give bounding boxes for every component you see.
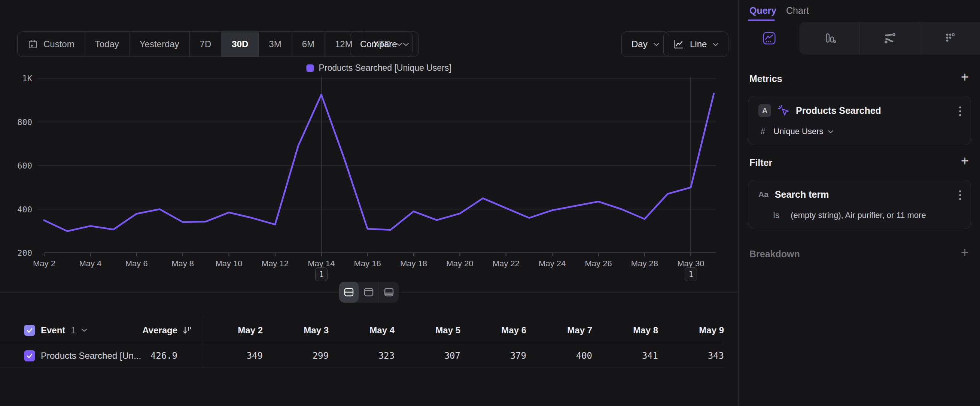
column-header: May 2 — [197, 317, 263, 344]
chevron-down-icon — [403, 43, 409, 46]
bar-chart-icon — [823, 32, 836, 45]
cell-value: 323 — [329, 344, 395, 367]
date-column-headers: May 2 May 3 May 4 May 5 May 6 May 7 May … — [197, 317, 724, 344]
chart-legend[interactable]: Products Searched [Unique Users] — [306, 63, 451, 73]
event-count: 1 — [71, 325, 76, 336]
funnels-tab[interactable] — [799, 22, 859, 55]
svg-text:May 12: May 12 — [262, 259, 289, 268]
cell-value: 307 — [395, 344, 460, 367]
average-column-header[interactable]: Average — [112, 325, 177, 336]
metric-name[interactable]: Products Searched — [796, 105, 881, 116]
inactive-report-tabs — [799, 22, 980, 55]
breakdown-section-title: Breakdown — [749, 249, 800, 260]
add-filter-button[interactable]: + — [961, 154, 969, 168]
sort-icon[interactable] — [182, 325, 192, 335]
tab-chart[interactable]: Chart — [786, 5, 809, 16]
filter-card[interactable]: Aa Search term Is (empty string), Air pu… — [748, 180, 971, 229]
chevron-down-icon — [828, 130, 833, 133]
date-range-3m[interactable]: 3M — [259, 32, 292, 57]
kebab-menu-icon[interactable] — [959, 106, 962, 116]
legend-swatch — [306, 64, 314, 72]
row-values: 349 299 323 307 379 400 341 343 — [197, 344, 724, 367]
add-breakdown-button[interactable]: + — [961, 246, 969, 259]
add-metric-button[interactable]: + — [961, 70, 969, 84]
column-header: May 6 — [460, 317, 526, 344]
svg-text:200: 200 — [17, 248, 32, 258]
event-column-header: Event — [41, 325, 65, 336]
svg-text:May 18: May 18 — [400, 259, 427, 268]
chevron-down-icon — [654, 43, 659, 46]
insights-line-icon — [762, 32, 776, 45]
insights-report-page: Custom Today Yesterday 7D 30D 3M 6M 12M … — [0, 0, 980, 406]
table-header-row: Event 1 Average May 2 May 3 May 4 May 5 — [0, 317, 724, 344]
layout-split-view-button[interactable] — [339, 282, 359, 303]
svg-text:May 28: May 28 — [631, 259, 658, 268]
layout-toggle-group — [339, 282, 399, 303]
kebab-menu-icon[interactable] — [959, 190, 962, 201]
retention-tab[interactable] — [920, 22, 980, 55]
active-tab-underline — [748, 19, 775, 21]
date-range-6m[interactable]: 6M — [292, 32, 325, 57]
svg-text:May 6: May 6 — [126, 259, 148, 268]
svg-text:May 4: May 4 — [79, 259, 102, 268]
table-only-icon — [383, 287, 395, 298]
cell-value: 343 — [658, 344, 724, 367]
query-panel: Query Chart — [739, 0, 980, 406]
column-header: May 3 — [263, 317, 329, 344]
date-range-30d[interactable]: 30D — [222, 32, 259, 57]
svg-text:1K: 1K — [22, 74, 33, 83]
column-header: May 9 — [658, 317, 724, 344]
date-range-label: Custom — [43, 39, 75, 49]
flows-tab[interactable] — [859, 22, 920, 55]
string-property-icon: Aa — [758, 190, 768, 199]
cell-value: 349 — [197, 344, 263, 367]
column-header: May 4 — [329, 317, 395, 344]
date-range-today[interactable]: Today — [85, 32, 129, 57]
compare-button[interactable]: Compare — [350, 32, 419, 57]
date-range-7d[interactable]: 7D — [190, 32, 222, 57]
filter-section-title: Filter — [749, 157, 772, 168]
annotation-badge[interactable]: 1 — [315, 267, 328, 281]
svg-text:May 22: May 22 — [493, 259, 520, 268]
date-range-yesterday[interactable]: Yesterday — [129, 32, 190, 57]
insights-tab[interactable] — [739, 22, 799, 55]
svg-text:May 16: May 16 — [354, 259, 381, 268]
report-type-tabs — [739, 22, 980, 55]
granularity-dropdown[interactable]: Day — [621, 32, 669, 57]
chart-only-icon — [363, 287, 374, 298]
results-table: Event 1 Average May 2 May 3 May 4 May 5 — [0, 317, 738, 368]
metric-letter-badge: A — [758, 104, 771, 117]
column-header: May 7 — [526, 317, 592, 344]
filter-operator[interactable]: Is — [773, 210, 780, 220]
svg-text:800: 800 — [17, 118, 32, 127]
chevron-down-icon[interactable] — [82, 328, 87, 332]
main-content: Custom Today Yesterday 7D 30D 3M 6M 12M … — [0, 0, 738, 406]
line-chart-icon — [673, 39, 684, 49]
cell-value: 379 — [460, 344, 526, 367]
table-row[interactable]: Products Searched [Un... 426.9 349 299 3… — [0, 344, 724, 368]
average-value: 426.9 — [112, 350, 177, 361]
row-checkbox[interactable] — [24, 350, 35, 361]
flows-icon — [883, 32, 897, 45]
svg-text:May 14: May 14 — [308, 259, 335, 268]
layout-table-only-button[interactable] — [379, 282, 399, 303]
annotation-badge[interactable]: 1 — [685, 267, 697, 281]
filter-property-name[interactable]: Search term — [775, 189, 829, 200]
metric-card[interactable]: A Products Searched # Unique Users — [748, 96, 971, 145]
svg-text:May 2: May 2 — [33, 259, 56, 268]
layout-chart-only-button[interactable] — [359, 282, 379, 303]
filter-values[interactable]: (empty string), Air purifier, or 11 more — [791, 210, 926, 220]
svg-text:May 24: May 24 — [539, 259, 566, 268]
measure-prefix: # — [760, 127, 765, 136]
chart-type-dropdown[interactable]: Line — [663, 32, 729, 57]
measure-dropdown[interactable]: Unique Users — [773, 127, 833, 136]
chevron-down-icon — [713, 43, 718, 46]
metrics-section-title: Metrics — [749, 73, 782, 84]
retention-dots-icon — [943, 32, 957, 45]
check-icon — [26, 326, 33, 334]
date-range-custom[interactable]: Custom — [18, 32, 85, 57]
svg-text:600: 600 — [17, 161, 32, 170]
tab-query[interactable]: Query — [749, 5, 776, 16]
select-all-checkbox[interactable] — [24, 325, 35, 336]
svg-text:May 8: May 8 — [172, 259, 194, 268]
